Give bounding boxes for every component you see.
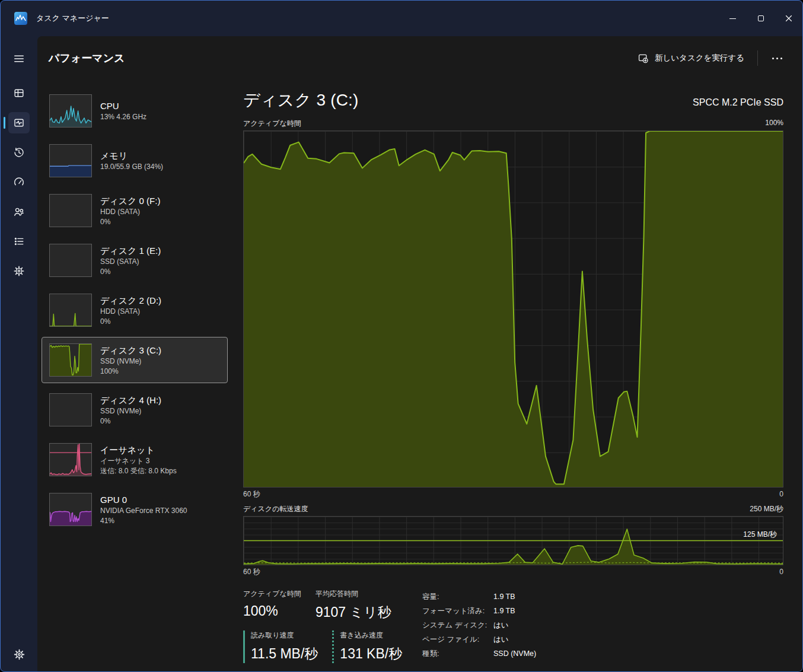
perf-item-memory[interactable]: メモリ 19.0/55.9 GB (34%) (42, 138, 228, 184)
perf-thumbnail (49, 393, 92, 426)
perf-thumbnail (49, 244, 92, 277)
window-title: タスク マネージャー (36, 13, 109, 24)
write-speed-value: 131 KB/秒 (340, 645, 402, 663)
minimize-button[interactable] (719, 1, 747, 36)
task-manager-window: タスク マネージャー パフォーマンス (0, 0, 803, 672)
run-new-task-button[interactable]: 新しいタスクを実行する (630, 48, 751, 69)
details-button[interactable] (8, 231, 30, 252)
perf-thumbnail (49, 343, 92, 377)
avg-response-stat: 平均応答時間 9107 ミリ秒 (316, 589, 391, 622)
perf-item-title: ディスク 0 (F:) (100, 195, 160, 206)
disk-property-label: フォーマット済み: (422, 604, 493, 618)
disk-stats: アクティブな時間 100% 平均応答時間 9107 ミリ秒 (243, 589, 783, 663)
disk-detail-panel: ディスク 3 (C:) SPCC M.2 PCIe SSD アクティブな時間 1… (243, 88, 783, 672)
performance-button[interactable] (8, 112, 30, 133)
perf-item-subline: 送信: 8.0 受信: 8.0 Kbps (100, 466, 177, 476)
active-time-chart-label: アクティブな時間 (243, 119, 301, 129)
disk-property-label: 容量: (422, 590, 493, 604)
transfer-chart-label: ディスクの転送速度 (243, 504, 308, 514)
perf-item-subline: 100% (100, 367, 161, 376)
disk-model-label: SPCC M.2 PCIe SSD (693, 97, 783, 108)
avg-response-stat-label: 平均応答時間 (316, 589, 391, 599)
details-icon (13, 235, 25, 247)
perf-item-subline: 0% (100, 267, 161, 276)
perf-thumbnail (49, 443, 92, 476)
disk-property-value: 1.9 TB (493, 604, 515, 618)
active-time-stat-label: アクティブな時間 (243, 589, 316, 599)
perf-item-title: GPU 0 (100, 494, 187, 505)
settings-button[interactable] (8, 644, 30, 665)
perf-item-subline: 0% (100, 416, 161, 426)
close-button[interactable] (775, 1, 802, 36)
active-time-chart (243, 130, 783, 488)
active-time-max-label: 100% (765, 119, 783, 129)
window-controls (719, 1, 802, 36)
detail-title: ディスク 3 (C:) (243, 89, 359, 112)
minimize-icon (729, 18, 736, 19)
services-button[interactable] (8, 260, 30, 282)
perf-item-ethernet[interactable]: イーサネット イーサネット 3送信: 8.0 受信: 8.0 Kbps (42, 437, 228, 483)
maximize-button[interactable] (747, 1, 775, 36)
perf-thumbnail (49, 294, 92, 327)
more-ellipsis-icon (772, 58, 774, 59)
perf-item-title: ディスク 1 (E:) (100, 245, 161, 256)
performance-content: CPU 13% 4.26 GHz メモリ 19.0/55.9 GB (34%) … (37, 80, 802, 672)
x-axis-right-label: 0 (779, 490, 783, 499)
perf-item-subline: HDD (SATA) (100, 207, 160, 216)
perf-item-subline: HDD (SATA) (100, 307, 161, 316)
task-manager-app-icon (14, 12, 27, 25)
read-speed-value: 11.5 MB/秒 (251, 645, 318, 663)
disk-property-label: 種類: (422, 646, 493, 661)
disk-properties: 容量:1.9 TBフォーマット済み:1.9 TBシステム ディスク:はいページ … (422, 589, 783, 663)
sidebar (1, 36, 37, 672)
disk-property-row: 容量:1.9 TB (422, 590, 783, 604)
perf-item-title: ディスク 3 (C:) (100, 345, 161, 356)
disk-property-value: 1.9 TB (493, 590, 515, 604)
processes-button[interactable] (8, 82, 30, 104)
perf-thumbnail (49, 144, 92, 177)
perf-item-title: メモリ (100, 150, 163, 161)
disk-property-value: はい (493, 632, 509, 646)
disk-property-row: フォーマット済み:1.9 TB (422, 604, 783, 618)
perf-item-title: ディスク 2 (D:) (100, 295, 161, 306)
perf-item-title: イーサネット (100, 444, 177, 456)
detail-header: ディスク 3 (C:) SPCC M.2 PCIe SSD (243, 89, 783, 112)
run-new-task-label: 新しいタスクを実行する (655, 53, 744, 63)
hamburger-icon (13, 53, 25, 65)
perf-item-cpu[interactable]: CPU 13% 4.26 GHz (42, 88, 228, 134)
app-history-button[interactable] (8, 142, 30, 163)
x-axis-left-label-2: 60 秒 (243, 568, 260, 577)
startup-apps-button[interactable] (8, 171, 30, 193)
performance-icon (13, 117, 25, 129)
header-divider (757, 50, 758, 66)
perf-item-disk3[interactable]: ディスク 3 (C:) SSD (NVMe)100% (42, 337, 228, 383)
x-axis-right-label-2: 0 (779, 568, 783, 577)
perf-item-disk2[interactable]: ディスク 2 (D:) HDD (SATA)0% (42, 287, 228, 333)
hamburger-button[interactable] (8, 48, 30, 69)
perf-item-subline: NVIDIA GeForce RTX 3060 (100, 506, 187, 515)
services-icon (13, 265, 25, 277)
active-time-axis-row: 60 秒 0 (243, 490, 783, 499)
perf-item-title: ディスク 4 (H:) (100, 394, 161, 406)
disk-property-row: ページ ファイル:はい (422, 632, 783, 646)
transfer-label-row: ディスクの転送速度 250 MB/秒 (243, 504, 783, 514)
perf-item-disk4[interactable]: ディスク 4 (H:) SSD (NVMe)0% (42, 387, 228, 433)
perf-item-subline: 19.0/55.9 GB (34%) (100, 162, 163, 171)
users-button[interactable] (8, 201, 30, 222)
page-title: パフォーマンス (49, 51, 125, 65)
perf-item-subline: SSD (SATA) (100, 257, 161, 266)
sidebar-nav (8, 82, 30, 282)
perf-thumbnail (49, 493, 92, 526)
active-time-label-row: アクティブな時間 100% (243, 119, 783, 129)
new-task-icon (638, 53, 649, 64)
avg-response-stat-value: 9107 ミリ秒 (316, 603, 391, 622)
perf-item-gpu[interactable]: GPU 0 NVIDIA GeForce RTX 306041% (42, 486, 228, 533)
perf-thumbnail (49, 194, 92, 227)
perf-item-disk1[interactable]: ディスク 1 (E:) SSD (SATA)0% (42, 237, 228, 284)
transfer-rate-chart: 125 MB/秒 (243, 516, 783, 565)
perf-item-disk0[interactable]: ディスク 0 (F:) HDD (SATA)0% (42, 187, 228, 234)
active-time-stat: アクティブな時間 100% (243, 589, 316, 622)
app-history-icon (13, 146, 25, 158)
page-header: パフォーマンス 新しいタスクを実行する (37, 36, 802, 80)
more-options-button[interactable] (764, 52, 791, 65)
